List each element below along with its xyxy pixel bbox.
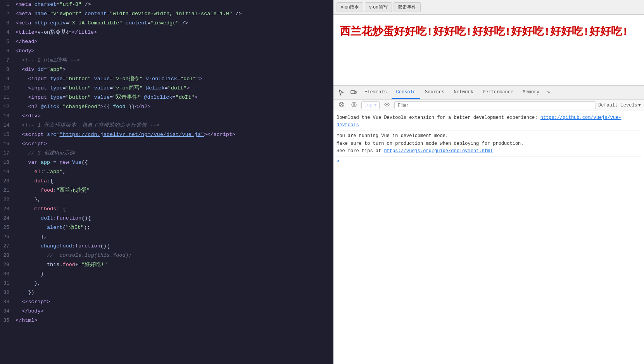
devtools-tab-list: ElementsConsoleSourcesNetworkPerformance…	[360, 86, 544, 99]
line-content: <input type="button" value="v-on简写" @cli…	[16, 84, 330, 93]
line-number: 31	[0, 279, 16, 288]
line-number: 9	[0, 74, 16, 84]
browser-preview: v-on指令 v-on简写 双击事件 西兰花炒蛋好好吃!好好吃!好好吃!好好吃!…	[333, 0, 644, 85]
line-number: 18	[0, 158, 16, 167]
svg-rect-1	[355, 91, 356, 93]
line-content: data:{	[16, 177, 330, 186]
code-line-7: 7 <!-- 2.html结构 -->	[0, 56, 333, 65]
line-number: 26	[0, 232, 16, 242]
line-number: 3	[0, 19, 16, 28]
code-line-32: 32 })	[0, 288, 333, 297]
line-number: 5	[0, 37, 16, 46]
devtools-tabs: ElementsConsoleSourcesNetworkPerformance…	[333, 86, 644, 100]
code-line-15: 15 <script src="https://cdn.jsdelivr.net…	[0, 130, 333, 139]
line-number: 11	[0, 93, 16, 102]
line-content: },	[16, 195, 330, 204]
console-levels[interactable]: Default levels ▼	[598, 103, 641, 108]
line-number: 19	[0, 167, 16, 177]
code-line-18: 18 var app = new Vue({	[0, 158, 333, 167]
page-heading[interactable]: 西兰花炒蛋好好吃!好好吃!好好吃!好好吃!好好吃!好好吃!	[340, 24, 638, 39]
line-content: doIt:function(){	[16, 214, 330, 223]
console-clear-btn[interactable]	[337, 101, 347, 109]
code-line-10: 10 <input type="button" value="v-on简写" @…	[0, 84, 333, 93]
code-line-13: 13 </div>	[0, 112, 333, 121]
line-content: </div>	[16, 112, 330, 121]
code-line-16: 16 <script>	[0, 139, 333, 149]
von-short-button[interactable]: v-on简写	[365, 2, 392, 12]
line-number: 32	[0, 288, 16, 297]
devtools-tab-performance[interactable]: Performance	[478, 86, 518, 99]
line-content: },	[16, 279, 330, 288]
dblclick-button[interactable]: 双击事件	[394, 2, 421, 12]
line-number: 17	[0, 149, 16, 158]
line-number: 10	[0, 84, 16, 93]
code-line-33: 33 </script>	[0, 297, 333, 307]
line-number: 34	[0, 307, 16, 316]
console-eye-btn[interactable]	[382, 101, 392, 109]
devtools-tab-elements[interactable]: Elements	[360, 86, 392, 99]
devtools-link-0[interactable]: https://github.com/vuejs/vue-devtools	[337, 115, 622, 128]
console-filter-input[interactable]	[394, 101, 596, 109]
line-number: 6	[0, 46, 16, 56]
code-line-1: 1<meta charset="utf-8" />	[0, 0, 333, 9]
line-content: var app = new Vue({	[16, 158, 330, 167]
devtools-tab-console[interactable]: Console	[392, 86, 420, 99]
devtools-link-1[interactable]: https://vuejs.org/guide/deployment.html	[384, 148, 493, 154]
main-layout: 1<meta charset="utf-8" />2<meta name="vi…	[0, 0, 644, 364]
code-line-6: 6<body>	[0, 46, 333, 56]
code-line-30: 30 }	[0, 270, 333, 279]
line-content: <meta http-equiv="X-UA-Compatible" conte…	[16, 19, 330, 28]
console-msg-0: Download the Vue Devtools extension for …	[337, 113, 641, 131]
eye-icon	[384, 102, 390, 107]
line-content: alert("做It");	[16, 223, 330, 232]
devtools-tab-network[interactable]: Network	[449, 86, 478, 99]
line-content: <h2 @click="changeFood">{{ food }}</h2>	[16, 102, 330, 112]
pause-icon	[351, 102, 357, 107]
console-prompt[interactable]: >	[337, 157, 641, 166]
devtools-panel: ElementsConsoleSourcesNetworkPerformance…	[333, 85, 644, 364]
console-pause-btn[interactable]	[349, 101, 359, 109]
console-content: Download the Vue Devtools extension for …	[333, 111, 644, 364]
code-line-11: 11 <input type="button" value="双击事件" @db…	[0, 93, 333, 102]
code-line-12: 12 <h2 @click="changeFood">{{ food }}</h…	[0, 102, 333, 112]
inspect-icon-btn[interactable]	[335, 87, 347, 98]
code-line-8: 8 <div id="app">	[0, 65, 333, 74]
line-number: 4	[0, 28, 16, 37]
line-content: }	[16, 270, 330, 279]
line-content: // console.log(this.food);	[16, 251, 330, 260]
line-number: 22	[0, 195, 16, 204]
line-number: 29	[0, 260, 16, 270]
line-content: methods: {	[16, 204, 330, 214]
svg-rect-0	[351, 91, 355, 94]
code-line-14: 14 <!-- 1.开发环境版本，包含了有帮助的命令行警告 -->	[0, 121, 333, 130]
device-icon	[350, 89, 357, 96]
right-panel: v-on指令 v-on简写 双击事件 西兰花炒蛋好好吃!好好吃!好好吃!好好吃!…	[333, 0, 644, 364]
code-line-29: 29 this.food+="好好吃!"	[0, 260, 333, 270]
line-number: 27	[0, 242, 16, 251]
code-line-19: 19 el:"#app",	[0, 167, 333, 177]
code-editor: 1<meta charset="utf-8" />2<meta name="vi…	[0, 0, 333, 364]
line-number: 25	[0, 223, 16, 232]
code-line-26: 26 },	[0, 232, 333, 242]
devtools-tab-memory[interactable]: Memory	[518, 86, 544, 99]
line-number: 2	[0, 9, 16, 19]
code-line-21: 21 food:"西兰花炒蛋"	[0, 186, 333, 195]
line-content: </html>	[16, 316, 330, 325]
code-line-9: 9 <input type="button" value="v-on指令" v-…	[0, 74, 333, 84]
von-directive-button[interactable]: v-on指令	[337, 2, 363, 12]
context-selector[interactable]: top ▼	[361, 101, 380, 109]
code-line-24: 24 doIt:function(){	[0, 214, 333, 223]
svg-point-9	[386, 104, 388, 105]
line-content: </head>	[16, 37, 330, 46]
code-line-27: 27 changeFood:function(){	[0, 242, 333, 251]
line-number: 21	[0, 186, 16, 195]
devtools-tab-sources[interactable]: Sources	[420, 86, 449, 99]
line-content: <div id="app">	[16, 65, 330, 74]
devtools-more-btn[interactable]: »	[544, 88, 553, 98]
line-content: })	[16, 288, 330, 297]
line-number: 30	[0, 270, 16, 279]
device-icon-btn[interactable]	[347, 87, 360, 98]
code-line-35: 35</html>	[0, 316, 333, 325]
clear-icon	[339, 102, 344, 107]
code-line-4: 4<title>v-on指令基础</title>	[0, 28, 333, 37]
